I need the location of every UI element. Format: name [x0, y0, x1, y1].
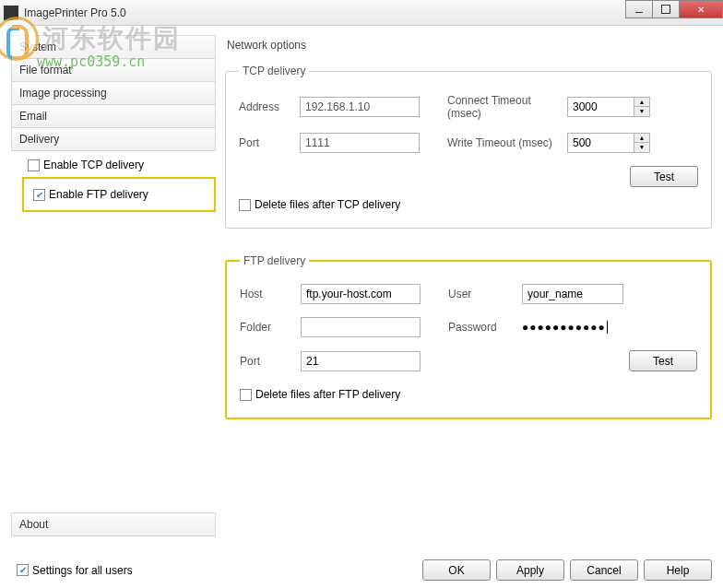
enable-ftp-label: Enable FTP delivery: [49, 188, 148, 201]
app-icon: [4, 6, 18, 20]
footer-bar: Settings for all users OK Apply Cancel H…: [11, 559, 712, 581]
ftp-host-label: Host: [240, 288, 301, 300]
tcp-write-timeout-input[interactable]: [567, 133, 634, 153]
ftp-port-label: Port: [240, 355, 301, 368]
maximize-button[interactable]: [652, 0, 680, 18]
ftp-delivery-group: FTP delivery Host User Folder Password ●…: [225, 254, 712, 419]
ftp-folder-input[interactable]: [301, 317, 421, 337]
ftp-host-input[interactable]: [301, 284, 421, 304]
settings-all-users-label: Settings for all users: [32, 564, 133, 577]
ftp-password-input[interactable]: ●●●●●●●●●●●: [522, 317, 623, 337]
tcp-address-input[interactable]: [300, 97, 420, 117]
tcp-delivery-group: TCP delivery Address Connect Timeout (ms…: [225, 65, 712, 229]
tcp-delete-after-label: Delete files after TCP delivery: [255, 198, 400, 211]
tcp-connect-timeout-input[interactable]: [567, 97, 634, 117]
ftp-user-input[interactable]: [522, 284, 623, 304]
sidebar-item-about[interactable]: About: [11, 512, 216, 536]
sidebar-item-file-format[interactable]: File format: [12, 59, 215, 82]
ftp-password-label: Password: [448, 321, 522, 334]
main-panel: Network options TCP delivery Address Con…: [225, 35, 712, 536]
ftp-port-input[interactable]: [301, 351, 421, 371]
ftp-highlight-box: Enable FTP delivery: [22, 177, 216, 212]
enable-ftp-checkbox[interactable]: [33, 189, 45, 201]
sidebar: System File format Image processing Emai…: [11, 35, 216, 536]
sidebar-item-delivery[interactable]: Delivery: [12, 128, 215, 150]
ok-button[interactable]: OK: [422, 559, 491, 581]
window-title: ImagePrinter Pro 5.0: [24, 6, 126, 19]
enable-tcp-delivery-row[interactable]: Enable TCP delivery: [22, 155, 216, 175]
settings-all-users-checkbox[interactable]: [17, 564, 29, 576]
title-bar: ImagePrinter Pro 5.0: [0, 0, 723, 26]
apply-button[interactable]: Apply: [496, 559, 564, 581]
ftp-user-label: User: [448, 288, 522, 300]
tcp-connect-timeout-label: Connect Timeout (msec): [447, 94, 567, 120]
close-button[interactable]: [679, 0, 723, 18]
tcp-connect-timeout-spinner[interactable]: ▲▼: [634, 97, 650, 117]
tcp-port-input[interactable]: [300, 133, 420, 153]
tcp-write-timeout-label: Write Timeout (msec): [447, 136, 567, 149]
ftp-delete-after-label: Delete files after FTP delivery: [255, 388, 400, 401]
ftp-folder-label: Folder: [240, 321, 301, 334]
help-button[interactable]: Help: [644, 559, 712, 581]
ftp-test-button[interactable]: Test: [629, 350, 697, 371]
sidebar-item-system[interactable]: System: [12, 36, 215, 59]
tcp-test-button[interactable]: Test: [630, 166, 698, 187]
ftp-legend: FTP delivery: [240, 254, 309, 267]
sidebar-item-email[interactable]: Email: [12, 105, 215, 128]
tcp-legend: TCP delivery: [239, 65, 309, 77]
tcp-delete-after-checkbox[interactable]: [239, 199, 251, 211]
tcp-port-label: Port: [239, 136, 300, 149]
section-heading: Network options: [227, 39, 712, 52]
tcp-address-label: Address: [239, 100, 300, 113]
minimize-button[interactable]: [625, 0, 653, 18]
enable-tcp-label: Enable TCP delivery: [43, 159, 144, 171]
tcp-write-timeout-spinner[interactable]: ▲▼: [634, 133, 650, 153]
enable-ftp-delivery-row[interactable]: Enable FTP delivery: [28, 184, 210, 205]
sidebar-item-image-processing[interactable]: Image processing: [12, 82, 215, 105]
cancel-button[interactable]: Cancel: [570, 559, 638, 581]
enable-tcp-checkbox[interactable]: [28, 159, 40, 171]
ftp-delete-after-checkbox[interactable]: [240, 389, 252, 401]
